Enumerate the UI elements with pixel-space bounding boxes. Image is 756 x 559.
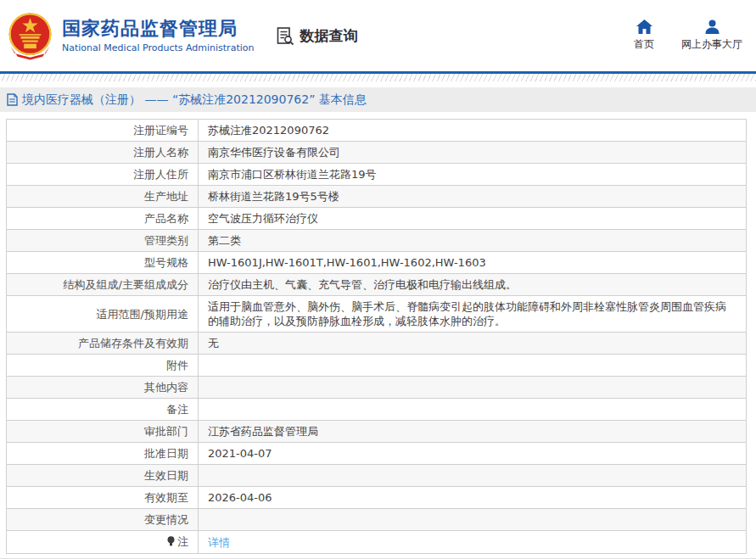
field-value	[199, 355, 747, 377]
table-row: 注册证编号苏械注准20212090762	[7, 120, 747, 142]
registration-info-table: 注册证编号苏械注准20212090762注册人名称南京华伟医疗设备有限公司注册人…	[6, 119, 747, 554]
field-value: 桥林街道兰花路19号5号楼	[199, 186, 747, 208]
table-row: 结构及组成/主要组成成分治疗仪由主机、气囊、充气导管、治疗电极和电疗输出线组成。	[7, 274, 747, 296]
table-row: 其他内容	[7, 377, 747, 399]
table-row: 附件	[7, 355, 747, 377]
table-row: 适用范围/预期用途适用于脑血管意外、脑外伤、脑手术后、脊髓病变引起的肢体功能障碍…	[7, 296, 747, 333]
table-row: 审批部门江苏省药品监督管理局	[7, 421, 747, 443]
breadcrumb-text: 境内医疗器械（注册） —— “苏械注准20212090762” 基本信息	[22, 92, 367, 108]
field-value: 适用于脑血管意外、脑外伤、脑手术后、脊髓病变引起的肢体功能障碍和外周非栓塞性脉管…	[199, 296, 747, 333]
field-value	[199, 399, 747, 421]
field-value: 南京华伟医疗设备有限公司	[199, 142, 747, 164]
field-label: 有效期至	[7, 487, 199, 509]
field-label: 注册证编号	[7, 120, 199, 142]
nav-hall-label: 网上办事大厅	[681, 37, 742, 52]
field-value	[199, 465, 747, 487]
nav-home-label: 首页	[634, 37, 654, 52]
field-value: 第二类	[199, 230, 747, 252]
field-value: 江苏省药品监督管理局	[199, 421, 747, 443]
table-row: 备注	[7, 399, 747, 421]
table-row: 批准日期2021-04-07	[7, 443, 747, 465]
field-label: 审批部门	[7, 421, 199, 443]
document-icon	[7, 93, 18, 106]
field-label: 注	[7, 531, 199, 554]
field-label: 备注	[7, 399, 199, 421]
home-icon	[636, 20, 652, 34]
field-label: 管理类别	[7, 230, 199, 252]
field-label: 注册人住所	[7, 164, 199, 186]
site-title: 国家药品监督管理局	[62, 18, 254, 40]
table-row: 型号规格HW-1601J,HW-1601T,HW-1601,HW-1602,HW…	[7, 252, 747, 274]
field-value: 详情	[199, 531, 747, 554]
field-value: 无	[199, 333, 747, 355]
table-row: 注册人住所南京市浦口区桥林街道兰花路19号	[7, 164, 747, 186]
field-label: 批准日期	[7, 443, 199, 465]
field-value: HW-1601J,HW-1601T,HW-1601,HW-1602,HW-160…	[199, 252, 747, 274]
table-row: 生效日期	[7, 465, 747, 487]
field-value: 2026-04-06	[199, 487, 747, 509]
field-value: 2021-04-07	[199, 443, 747, 465]
field-label: 其他内容	[7, 377, 199, 399]
table-row: 产品储存条件及有效期无	[7, 333, 747, 355]
table-row: 产品名称空气波压力循环治疗仪	[7, 208, 747, 230]
data-query-nav[interactable]: 数据查询	[276, 26, 357, 46]
table-row: 有效期至2026-04-06	[7, 487, 747, 509]
brand: 国家药品监督管理局 National Medical Products Admi…	[7, 9, 254, 62]
table-row: 生产地址桥林街道兰花路19号5号楼	[7, 186, 747, 208]
detail-link[interactable]: 详情	[208, 536, 230, 549]
striped-band	[0, 74, 756, 81]
field-label: 注册人名称	[7, 142, 199, 164]
field-label: 产品储存条件及有效期	[7, 333, 199, 355]
field-label: 附件	[7, 355, 199, 377]
brand-text: 国家药品监督管理局 National Medical Products Admi…	[62, 18, 254, 53]
field-label: 结构及组成/主要组成成分	[7, 274, 199, 296]
person-icon	[704, 20, 720, 34]
site-subtitle: National Medical Products Administration	[62, 42, 254, 53]
field-label: 变更情况	[7, 509, 199, 531]
table-row: 管理类别第二类	[7, 230, 747, 252]
field-value	[199, 509, 747, 531]
field-label: 型号规格	[7, 252, 199, 274]
header-nav: 首页 网上办事大厅	[634, 20, 742, 52]
field-value: 南京市浦口区桥林街道兰花路19号	[199, 164, 747, 186]
nav-service-hall[interactable]: 网上办事大厅	[681, 20, 742, 52]
field-label: 生效日期	[7, 465, 199, 487]
document-search-icon	[276, 26, 295, 46]
data-query-label: 数据查询	[300, 26, 357, 46]
nav-home[interactable]: 首页	[634, 20, 654, 52]
field-value: 空气波压力循环治疗仪	[199, 208, 747, 230]
table-row: 注详情	[7, 531, 747, 554]
bulb-icon	[167, 535, 175, 550]
field-label: 产品名称	[7, 208, 199, 230]
national-emblem-logo	[7, 9, 53, 62]
field-label: 生产地址	[7, 186, 199, 208]
table-row: 注册人名称南京华伟医疗设备有限公司	[7, 142, 747, 164]
field-value: 苏械注准20212090762	[199, 120, 747, 142]
table-row: 变更情况	[7, 509, 747, 531]
header: 国家药品监督管理局 National Medical Products Admi…	[0, 0, 756, 71]
field-value	[199, 377, 747, 399]
field-value: 治疗仪由主机、气囊、充气导管、治疗电极和电疗输出线组成。	[199, 274, 747, 296]
breadcrumb: 境内医疗器械（注册） —— “苏械注准20212090762” 基本信息	[0, 87, 756, 112]
field-label: 适用范围/预期用途	[7, 296, 199, 333]
